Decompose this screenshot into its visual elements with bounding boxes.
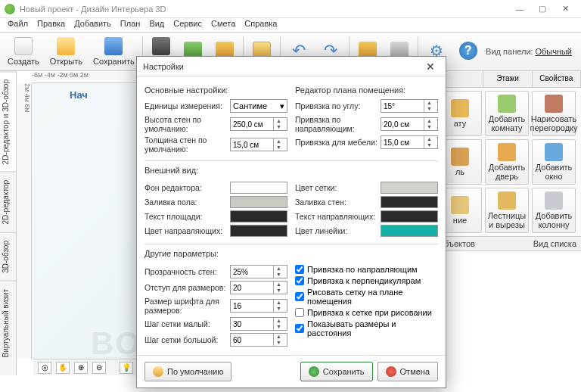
snap-furniture-input[interactable]: ▲▼	[381, 135, 438, 149]
ruler-swatch[interactable]	[381, 225, 438, 237]
menu-plan[interactable]: План	[117, 18, 144, 32]
list-header-right[interactable]: Вид списка	[533, 239, 576, 248]
act-stairs[interactable]: Лестницы и вырезы	[485, 188, 529, 233]
view-mode: Вид панели: Обычный	[486, 47, 578, 56]
menu-file[interactable]: Файл	[5, 18, 31, 32]
close-window-button[interactable]: ✕	[554, 2, 576, 17]
open-button[interactable]: Открыть	[45, 36, 87, 67]
help-button[interactable]: ?	[453, 40, 483, 63]
cb-show-dims[interactable]: Показывать размеры и расстояния	[295, 319, 438, 338]
tab-2d[interactable]: 2D-редактор	[0, 172, 16, 232]
minimize-button[interactable]: —	[508, 2, 531, 17]
app-icon	[5, 4, 15, 14]
dim-font-input[interactable]: ▲▼	[230, 299, 287, 313]
save-button[interactable]: Сохранить	[89, 36, 139, 67]
dialog-cancel-button[interactable]: Отмена	[377, 362, 438, 381]
snap-guides-input[interactable]: ▲▼	[381, 117, 438, 131]
guides-swatch[interactable]	[230, 225, 287, 237]
wall-thickness-input[interactable]: ▲▼	[230, 138, 287, 151]
chevron-down-icon: ▾	[280, 101, 284, 111]
window-titlebar: Новый проект - Дизайн Интерьера 3D — ▢ ✕	[0, 0, 581, 18]
grid-big-input[interactable]: ▲▼	[230, 333, 287, 347]
sect-other: Другие параметры:	[144, 249, 438, 258]
menu-bar: Файл Правка Добавить План Вид Сервис Сме…	[0, 18, 581, 32]
sect-plan: Редактор плана помещения:	[295, 86, 438, 95]
tab-3d[interactable]: 3D-обзор	[0, 232, 16, 281]
dialog-title: Настройки	[143, 62, 184, 71]
bb-zoom-in[interactable]: ⊕	[74, 362, 88, 374]
bb-zoom-out[interactable]: ⊖	[92, 362, 106, 374]
maximize-button[interactable]: ▢	[531, 2, 554, 17]
act-add-door[interactable]: Добавить дверь	[485, 139, 529, 185]
cb-snap-perp[interactable]: Привязка к перпендикулярам	[295, 276, 438, 285]
act-add-window[interactable]: Добавить окно	[532, 139, 576, 185]
units-combo[interactable]: Сантиме▾	[230, 99, 287, 113]
act-draw-partition[interactable]: Нарисовать перегородку	[532, 91, 576, 136]
new-button[interactable]: Создать	[3, 36, 44, 67]
tab-2d3d[interactable]: 2D-редактор и 3D-обзор	[0, 71, 16, 172]
cancel-icon	[386, 366, 396, 377]
bg-swatch[interactable]	[230, 182, 287, 194]
window-title: Новый проект - Дизайн Интерьера 3D	[20, 5, 166, 14]
default-button[interactable]: По умолчанию	[144, 362, 231, 381]
hint-text: Нач	[70, 89, 88, 101]
sect-main: Основные настройки:	[144, 86, 287, 95]
help-icon: ?	[459, 42, 477, 60]
menu-add[interactable]: Добавить	[71, 18, 114, 32]
snap-angle-input[interactable]: ▲▼	[381, 99, 438, 113]
cb-draw-grid[interactable]: Рисовать сетку на плане помещения	[295, 288, 438, 306]
areatext-swatch[interactable]	[230, 210, 287, 222]
bb-lamp-icon[interactable]: 💡	[120, 362, 133, 374]
menu-help[interactable]: Справка	[241, 18, 280, 32]
floor-swatch[interactable]	[230, 196, 287, 208]
dialog-close-button[interactable]: ✕	[421, 59, 440, 74]
grid-swatch[interactable]	[381, 182, 438, 194]
grid-small-input[interactable]: ▲▼	[230, 317, 287, 331]
menu-estimate[interactable]: Смета	[208, 18, 238, 32]
left-tabs: 2D-редактор и 3D-обзор 2D-редактор 3D-об…	[0, 71, 17, 375]
rtab-props[interactable]: Свойства	[533, 71, 581, 87]
check-icon	[309, 366, 319, 377]
wall-swatch[interactable]	[381, 196, 438, 208]
right-panel: Этажи Свойства ату Добавить комнату Нари…	[434, 71, 581, 375]
tab-virtual[interactable]: Виртуальный визит	[0, 281, 16, 366]
settings-dialog: Настройки ✕ Основные настройки: Единицы …	[136, 56, 446, 388]
dialog-save-button[interactable]: Сохранить	[300, 362, 373, 381]
wall-height-input[interactable]: ▲▼	[230, 117, 287, 131]
act-add-column[interactable]: Добавить колонну	[532, 188, 576, 233]
bb-eye[interactable]: ◎	[38, 362, 51, 374]
transparency-input[interactable]: ▲▼	[230, 265, 287, 278]
menu-edit[interactable]: Правка	[34, 18, 68, 32]
menu-view[interactable]: Вид	[146, 18, 167, 32]
ruler-vertical: 2м 4м 6м	[17, 83, 32, 359]
cb-snap-grid[interactable]: Привязка к сетке при рисовании	[295, 308, 438, 317]
object-list[interactable]	[435, 251, 581, 375]
view-mode-link[interactable]: Обычный	[535, 47, 572, 56]
rtab-floors[interactable]: Этажи	[483, 71, 532, 87]
menu-service[interactable]: Сервис	[170, 18, 205, 32]
dim-offset-input[interactable]: ▲▼	[230, 281, 287, 294]
bb-hand[interactable]: ✋	[56, 362, 70, 374]
cb-snap-guides[interactable]: Привязка по направляющим	[295, 265, 438, 274]
act-add-room[interactable]: Добавить комнату	[485, 91, 529, 136]
sect-appearance: Внешний вид:	[144, 166, 438, 175]
guidestext-swatch[interactable]	[381, 210, 438, 222]
wand-icon	[153, 366, 163, 377]
